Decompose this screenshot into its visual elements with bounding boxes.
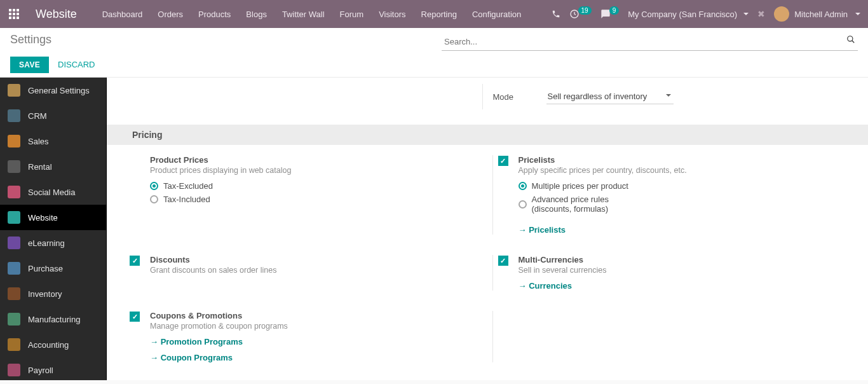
radio-advanced-rules[interactable]: Advanced price rules (discounts, formula… xyxy=(519,195,846,214)
search-input[interactable] xyxy=(442,33,858,51)
sidebar-item-crm[interactable]: CRM xyxy=(0,103,106,128)
activity-badge: 19 xyxy=(578,6,592,15)
radio-multiple-prices[interactable]: Multiple prices per product xyxy=(519,181,846,191)
radio-dot-icon xyxy=(150,182,158,190)
sidebar-item-purchase[interactable]: Purchase xyxy=(0,256,106,281)
sidebar-item-manufacturing[interactable]: Manufacturing xyxy=(0,306,106,332)
sidebar-app-icon xyxy=(8,313,20,326)
link-currencies[interactable]: Currencies xyxy=(519,281,573,291)
multi-currencies-title: Multi-Currencies xyxy=(519,255,846,264)
sidebar-item-sales[interactable]: Sales xyxy=(0,128,106,154)
settings-content[interactable]: Mode Sell regardless of inventory Pricin… xyxy=(107,78,868,380)
sidebar-item-label: Payroll xyxy=(28,366,53,375)
menu-reporting[interactable]: Reporting xyxy=(414,0,465,28)
sidebar-item-label: Sales xyxy=(28,137,49,146)
menu-orders[interactable]: Orders xyxy=(150,0,191,28)
radio-tax-excluded[interactable]: Tax-Excluded xyxy=(150,181,477,191)
messaging-badge: 9 xyxy=(609,6,620,15)
multi-currencies-sub: Sell in several currencies xyxy=(519,266,846,275)
product-prices-sub: Product prices displaying in web catalog xyxy=(150,166,477,175)
breadcrumb: Settings xyxy=(10,33,426,51)
radio-dot-icon xyxy=(150,195,158,203)
sidebar-app-icon xyxy=(8,160,20,173)
menu-blogs[interactable]: Blogs xyxy=(238,0,275,28)
sidebar-app-icon xyxy=(8,84,20,97)
menu-twitter-wall[interactable]: Twitter Wall xyxy=(275,0,332,28)
sidebar-app-icon xyxy=(8,364,20,376)
sidebar-item-label: Manufacturing xyxy=(28,315,80,324)
discard-button[interactable]: DISCARD xyxy=(51,56,102,73)
radio-dot-icon xyxy=(519,200,527,209)
discounts-title: Discounts xyxy=(150,255,477,264)
sidebar-item-label: General Settings xyxy=(28,86,90,95)
settings-sidebar: General SettingsCRMSalesRentalSocial Med… xyxy=(0,78,107,380)
section-pricing-header: Pricing xyxy=(107,125,868,145)
sidebar-item-label: Accounting xyxy=(28,340,69,350)
coupons-sub: Manage promotion & coupon programs xyxy=(150,322,477,331)
sidebar-item-accounting[interactable]: Accounting xyxy=(0,332,106,357)
activity-icon[interactable]: 19 xyxy=(569,9,592,19)
sidebar-item-label: CRM xyxy=(28,111,47,121)
pricelists-title: Pricelists xyxy=(519,155,846,165)
messaging-icon[interactable]: 9 xyxy=(600,9,620,19)
sidebar-app-icon xyxy=(8,135,20,147)
user-menu[interactable]: Mitchell Admin xyxy=(774,6,860,22)
systray: 19 9 My Company (San Francisco) ✖ Mitche… xyxy=(552,6,863,22)
sidebar-item-social-media[interactable]: Social Media xyxy=(0,179,106,205)
menu-visitors[interactable]: Visitors xyxy=(371,0,413,28)
mode-label: Mode xyxy=(493,92,546,102)
sidebar-app-icon xyxy=(8,338,20,351)
discounts-sub: Grant discounts on sales order lines xyxy=(150,266,477,275)
radio-tax-included[interactable]: Tax-Included xyxy=(150,195,477,204)
sidebar-item-inventory[interactable]: Inventory xyxy=(0,281,106,306)
company-switcher[interactable]: My Company (San Francisco) xyxy=(628,10,749,19)
menu-products[interactable]: Products xyxy=(191,0,238,28)
control-panel: Settings SAVE DISCARD xyxy=(0,28,868,78)
sidebar-item-label: Social Media xyxy=(28,188,75,197)
sidebar-item-elearning[interactable]: eLearning xyxy=(0,230,106,256)
link-pricelists[interactable]: Pricelists xyxy=(519,225,566,235)
save-button[interactable]: SAVE xyxy=(10,57,49,73)
menu-dashboard[interactable]: Dashboard xyxy=(95,0,151,28)
sidebar-item-payroll[interactable]: Payroll xyxy=(0,357,106,380)
svg-line-2 xyxy=(852,41,855,43)
menu-forum[interactable]: Forum xyxy=(332,0,372,28)
navbar: Website Dashboard Orders Products Blogs … xyxy=(0,0,868,28)
coupons-title: Coupons & Promotions xyxy=(150,311,477,320)
sidebar-item-label: Purchase xyxy=(28,264,63,273)
sidebar-item-label: Rental xyxy=(28,162,52,172)
sidebar-item-general-settings[interactable]: General Settings xyxy=(0,78,106,103)
svg-point-1 xyxy=(848,36,853,41)
brand-title[interactable]: Website xyxy=(28,8,95,21)
phone-icon[interactable] xyxy=(552,10,560,18)
sidebar-app-icon xyxy=(8,211,20,224)
mode-select[interactable]: Sell regardless of inventory xyxy=(546,89,674,104)
radio-dot-icon xyxy=(519,182,527,190)
avatar xyxy=(774,6,789,22)
apps-icon[interactable] xyxy=(0,0,28,28)
checkbox-pricelists[interactable] xyxy=(498,156,508,166)
link-promotion-programs[interactable]: Promotion Programs xyxy=(150,337,243,346)
sidebar-app-icon xyxy=(8,262,20,275)
menu-configuration[interactable]: Configuration xyxy=(465,0,529,28)
sidebar-item-label: eLearning xyxy=(28,238,65,248)
checkbox-discounts[interactable] xyxy=(130,256,140,266)
sidebar-app-icon xyxy=(8,109,20,122)
main-menu: Dashboard Orders Products Blogs Twitter … xyxy=(95,0,529,28)
search-box xyxy=(442,33,858,51)
checkbox-coupons[interactable] xyxy=(130,312,140,322)
sidebar-app-icon xyxy=(8,287,20,300)
pricelists-sub: Apply specific prices per country, disco… xyxy=(519,166,846,175)
sidebar-item-label: Website xyxy=(28,213,58,223)
sidebar-app-icon xyxy=(8,186,20,198)
sidebar-app-icon xyxy=(8,237,20,249)
product-prices-title: Product Prices xyxy=(150,155,477,165)
checkbox-multi-currencies[interactable] xyxy=(498,256,508,266)
search-icon[interactable] xyxy=(846,35,855,44)
link-coupon-programs[interactable]: Coupon Programs xyxy=(150,353,233,362)
sidebar-item-label: Inventory xyxy=(28,289,62,299)
sidebar-item-rental[interactable]: Rental xyxy=(0,154,106,179)
user-name: Mitchell Admin xyxy=(794,10,848,19)
sidebar-item-website[interactable]: Website xyxy=(0,205,106,230)
debug-close-icon[interactable]: ✖ xyxy=(757,9,765,19)
